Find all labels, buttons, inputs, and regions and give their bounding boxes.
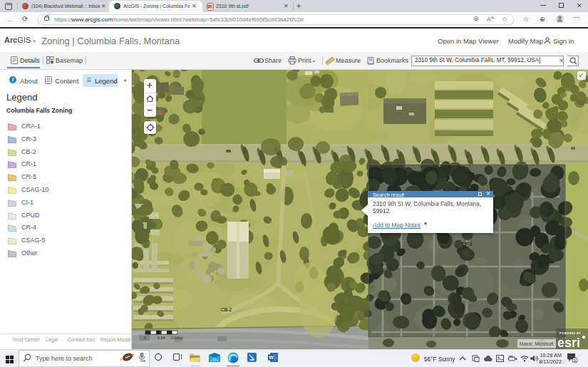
svg-text:POWERED BY: POWERED BY <box>559 331 581 335</box>
svg-text:W: W <box>269 355 274 360</box>
svg-text:Maxar, Microsoft: Maxar, Microsoft <box>520 341 554 346</box>
svg-text:0: 0 <box>144 336 146 340</box>
svg-text:CP-1: CP-1 <box>462 242 473 247</box>
svg-text:PDF: PDF <box>207 5 213 8</box>
svg-text:esri: esri <box>557 336 580 349</box>
svg-text:CB-2: CB-2 <box>221 307 232 312</box>
svg-text:0.08mi: 0.08mi <box>171 336 183 340</box>
svg-text:0.04: 0.04 <box>158 336 165 340</box>
